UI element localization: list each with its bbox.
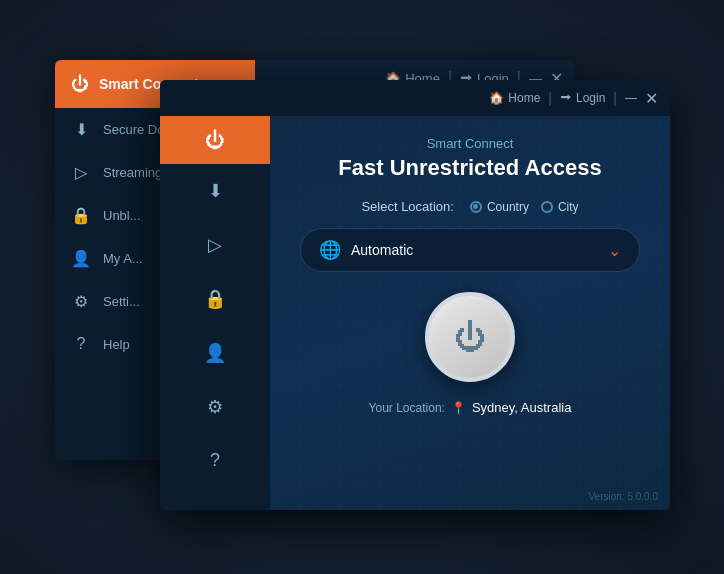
sidebar-front-user[interactable]: 👤 xyxy=(160,326,270,380)
settings-icon-back: ⚙ xyxy=(71,292,91,311)
sidebar-front-lock[interactable]: 🔒 xyxy=(160,272,270,326)
window-front: 🏠 Home | ⮕ Login | — ✕ ⏻ ⬇ ▷ 🔒 👤 ⚙ ? xyxy=(160,80,670,510)
radio-city[interactable]: City xyxy=(541,200,579,214)
location-info: Your Location: 📍 Sydney, Australia xyxy=(369,400,572,415)
streaming-icon-front: ▷ xyxy=(208,234,222,256)
close-btn-front[interactable]: ✕ xyxy=(645,89,658,108)
main-content-front: Smart Connect Fast Unrestricted Access S… xyxy=(270,116,670,510)
sidebar-front-streaming[interactable]: ▷ xyxy=(160,218,270,272)
chevron-down-icon: ⌄ xyxy=(608,241,621,260)
help-icon-back: ? xyxy=(71,335,91,353)
dropdown-selected-value: Automatic xyxy=(351,242,598,258)
radio-group: Country City xyxy=(470,200,579,214)
streaming-icon-back: ▷ xyxy=(71,163,91,182)
sidebar-item-label-help: Help xyxy=(103,337,130,352)
power-button-container: ⏻ xyxy=(425,292,515,382)
download-icon-front: ⬇ xyxy=(208,180,223,202)
help-icon-front: ? xyxy=(210,450,220,471)
login-btn-front[interactable]: ⮕ Login xyxy=(560,91,605,105)
sidebar-item-label-settings: Setti... xyxy=(103,294,140,309)
power-icon-back: ⏻ xyxy=(71,74,89,95)
location-pin-icon: 📍 xyxy=(451,401,466,415)
select-location-label: Select Location: xyxy=(361,199,454,214)
location-value: Sydney, Australia xyxy=(472,400,571,415)
select-location-row: Select Location: Country City xyxy=(361,199,578,214)
radio-country-label: Country xyxy=(487,200,529,214)
main-heading: Fast Unrestricted Access xyxy=(338,155,601,181)
radio-dot-country xyxy=(470,201,482,213)
sidebar-front-help[interactable]: ? xyxy=(160,434,270,487)
sidebar-item-label-account: My A... xyxy=(103,251,143,266)
sidebar-front-header: ⏻ xyxy=(160,116,270,164)
minimize-btn-front[interactable]: — xyxy=(625,91,637,105)
radio-city-label: City xyxy=(558,200,579,214)
connect-power-button[interactable]: ⏻ xyxy=(425,292,515,382)
sidebar-front-settings[interactable]: ⚙ xyxy=(160,380,270,434)
titlebar-front: 🏠 Home | ⮕ Login | — ✕ xyxy=(160,80,670,116)
sidebar-item-label-streaming: Streaming xyxy=(103,165,162,180)
separator2-front: | xyxy=(613,90,617,106)
radio-country[interactable]: Country xyxy=(470,200,529,214)
download-icon-back: ⬇ xyxy=(71,120,91,139)
home-btn-front[interactable]: 🏠 Home xyxy=(489,91,540,105)
user-icon-back: 👤 xyxy=(71,249,91,268)
settings-icon-front: ⚙ xyxy=(207,396,223,418)
lock-icon-back: 🔒 xyxy=(71,206,91,225)
main-subtitle: Smart Connect xyxy=(427,136,514,151)
version-text: Version: 5.0.0.0 xyxy=(589,491,659,502)
sidebar-front: ⏻ ⬇ ▷ 🔒 👤 ⚙ ? xyxy=(160,116,270,510)
sidebar-item-label-unblock: Unbl... xyxy=(103,208,141,223)
sidebar-front-download[interactable]: ⬇ xyxy=(160,164,270,218)
your-location-label: Your Location: xyxy=(369,401,445,415)
lock-icon-front: 🔒 xyxy=(204,288,226,310)
power-icon-button: ⏻ xyxy=(454,319,486,356)
power-icon-front: ⏻ xyxy=(205,129,225,152)
user-icon-front: 👤 xyxy=(204,342,226,364)
location-dropdown[interactable]: 🌐 Automatic ⌄ xyxy=(300,228,640,272)
globe-icon: 🌐 xyxy=(319,239,341,261)
separator-front: | xyxy=(548,90,552,106)
radio-dot-city xyxy=(541,201,553,213)
